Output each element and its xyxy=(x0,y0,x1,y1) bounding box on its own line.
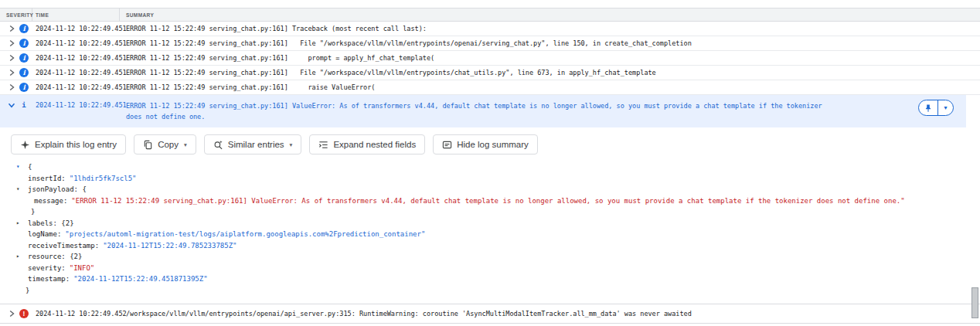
chevron-down-icon[interactable] xyxy=(8,101,15,109)
collapse-caret-icon[interactable]: ▾ xyxy=(16,161,20,173)
log-time: 2024-11-12 10:22:49.451 xyxy=(32,83,120,91)
chevron-right-icon[interactable] xyxy=(8,310,15,318)
json-line-severity: severity:"INFO" xyxy=(0,263,980,274)
log-summary: ERROR 11-12 15:22:49 serving_chat.py:161… xyxy=(120,83,980,91)
json-line-message: message:"ERROR 11-12 15:22:49 serving_ch… xyxy=(0,195,980,207)
json-line-receivetimestamp: receiveTimestamp:"2024-11-12T15:22:49.78… xyxy=(0,240,980,252)
pin-options-button[interactable]: ▼ xyxy=(937,100,953,115)
log-row[interactable]: i 2024-11-12 10:22:49.451 ERROR 11-12 15… xyxy=(0,66,980,80)
json-brace: { xyxy=(28,163,32,171)
log-summary: ERROR 11-12 15:22:49 serving_chat.py:161… xyxy=(120,100,840,122)
severity-cell: i xyxy=(0,24,32,33)
expand-nested-fields-button[interactable]: Expand nested fields xyxy=(309,134,425,155)
log-time: 2024-11-12 10:22:49.451 xyxy=(32,25,120,32)
json-line-insertid: insertId:"1lhdir5fk7scl5" xyxy=(0,173,980,185)
json-key: timestamp: xyxy=(28,275,70,283)
json-value[interactable]: "2024-11-12T15:22:49.785233785Z" xyxy=(103,242,236,250)
json-line-root-close: } xyxy=(0,285,980,297)
button-label: Copy xyxy=(158,140,179,149)
error-severity-icon: ! xyxy=(19,309,29,318)
button-label: Explain this log entry xyxy=(35,140,117,149)
info-severity-icon: i xyxy=(19,53,29,63)
json-value[interactable]: "1lhdir5fk7scl5" xyxy=(70,175,137,182)
log-table-header: SEVERITY TIME SUMMARY xyxy=(0,8,980,22)
log-row-expanded[interactable]: i 2024-11-12 10:22:49.451 ERROR 11-12 15… xyxy=(0,95,966,127)
json-line-resource: ▸resource: {2} xyxy=(0,251,980,263)
log-row[interactable]: i 2024-11-12 10:22:49.451 ERROR 11-12 15… xyxy=(0,36,980,51)
json-key: insertId: xyxy=(28,175,66,182)
severity-cell: i xyxy=(0,100,32,109)
json-key: receiveTimestamp: xyxy=(28,242,99,250)
json-key: resource: {2} xyxy=(28,253,82,260)
column-header-time: TIME xyxy=(32,8,120,21)
json-line-logname: logName:"projects/automl-migration-test/… xyxy=(0,229,980,240)
chevron-right-icon[interactable] xyxy=(8,54,15,62)
json-brace: } xyxy=(26,287,29,294)
json-value[interactable]: "2024-11-12T15:22:49.451871395Z" xyxy=(73,275,207,283)
info-severity-icon: i xyxy=(19,101,29,109)
log-time: 2024-11-12 10:22:49.451 xyxy=(32,69,120,76)
search-sparkle-icon xyxy=(213,140,223,150)
button-label: Similar entries xyxy=(228,140,284,149)
severity-cell: i xyxy=(0,83,32,92)
pin-icon xyxy=(924,104,933,113)
chevron-down-icon: ▾ xyxy=(290,141,293,148)
log-time: 2024-11-12 10:22:49.451 xyxy=(32,39,120,47)
summary-panel-icon xyxy=(442,140,452,150)
json-value[interactable]: "projects/automl-migration-test/logs/aip… xyxy=(65,230,425,238)
json-brace: } xyxy=(31,208,35,216)
collapse-caret-icon[interactable]: ▾ xyxy=(16,184,20,195)
json-line-labels: ▸labels: {2} xyxy=(0,218,980,229)
vertical-scrollbar-thumb[interactable] xyxy=(971,287,978,318)
explain-log-entry-button[interactable]: Explain this log entry xyxy=(11,134,126,155)
log-row[interactable]: i 2024-11-12 10:22:49.451 ERROR 11-12 15… xyxy=(0,80,980,95)
chevron-right-icon[interactable] xyxy=(8,83,15,91)
expand-caret-icon[interactable]: ▸ xyxy=(16,251,20,263)
similar-entries-button[interactable]: Similar entries ▾ xyxy=(204,134,302,155)
chevron-down-icon: ▾ xyxy=(184,141,187,148)
log-row[interactable]: i 2024-11-12 10:22:49.451 ERROR 11-12 15… xyxy=(0,51,980,66)
hide-log-summary-button[interactable]: Hide log summary xyxy=(433,134,538,155)
json-key: logName: xyxy=(28,230,61,238)
sparkle-icon xyxy=(20,140,30,150)
button-label: Hide log summary xyxy=(457,140,529,149)
json-key: severity: xyxy=(28,264,66,272)
severity-cell: i xyxy=(0,39,32,48)
chevron-right-icon[interactable] xyxy=(8,69,15,76)
json-key: labels: {2} xyxy=(28,219,74,227)
info-severity-icon: i xyxy=(19,68,29,77)
chevron-down-icon: ▼ xyxy=(943,105,948,110)
severity-cell: i xyxy=(0,68,32,77)
json-value[interactable]: "ERROR 11-12 15:22:49 serving_chat.py:16… xyxy=(71,197,904,205)
log-row[interactable]: i 2024-11-12 10:22:49.451 ERROR 11-12 15… xyxy=(0,22,980,36)
pin-log-button[interactable] xyxy=(919,100,937,115)
info-severity-icon: i xyxy=(19,83,29,92)
json-key: jsonPayload: { xyxy=(28,185,87,193)
severity-cell: ! xyxy=(0,309,32,318)
column-header-summary: SUMMARY xyxy=(120,8,980,21)
log-time: 2024-11-12 10:22:49.451 xyxy=(32,54,120,62)
json-value[interactable]: "INFO" xyxy=(70,264,95,272)
info-severity-icon: i xyxy=(19,24,29,33)
copy-button[interactable]: Copy ▾ xyxy=(134,134,196,155)
expand-caret-icon[interactable]: ▸ xyxy=(16,218,20,229)
log-entry-toolbar: Explain this log entry Copy ▾ Similar en… xyxy=(0,127,980,160)
log-time: 2024-11-12 10:22:49.451 xyxy=(32,100,120,109)
info-severity-icon: i xyxy=(19,39,29,48)
column-header-severity: SEVERITY xyxy=(0,8,32,21)
chevron-right-icon[interactable] xyxy=(8,39,15,47)
log-summary: ERROR 11-12 15:22:49 serving_chat.py:161… xyxy=(120,54,980,62)
copy-icon xyxy=(143,140,153,150)
json-line-timestamp: timestamp:"2024-11-12T15:22:49.451871395… xyxy=(0,273,980,285)
log-summary: ERROR 11-12 15:22:49 serving_chat.py:161… xyxy=(120,39,980,47)
log-summary: ERROR 11-12 15:22:49 serving_chat.py:161… xyxy=(120,25,980,32)
logs-explorer-panel: SEVERITY TIME SUMMARY i 2024-11-12 10:22… xyxy=(0,0,980,326)
log-entry-json-view: ▾{ insertId:"1lhdir5fk7scl5" ▾jsonPayloa… xyxy=(0,160,980,304)
log-summary: ERROR 11-12 15:22:49 serving_chat.py:161… xyxy=(120,69,980,76)
json-line-close-payload: } xyxy=(0,206,980,218)
button-label: Expand nested fields xyxy=(333,140,416,149)
chevron-right-icon[interactable] xyxy=(8,25,15,32)
log-summary: /workspace/vllm/vllm/entrypoints/openai/… xyxy=(120,310,980,318)
log-row-error[interactable]: ! 2024-11-12 10:22:49.452 /workspace/vll… xyxy=(0,304,980,324)
severity-cell: i xyxy=(0,53,32,63)
